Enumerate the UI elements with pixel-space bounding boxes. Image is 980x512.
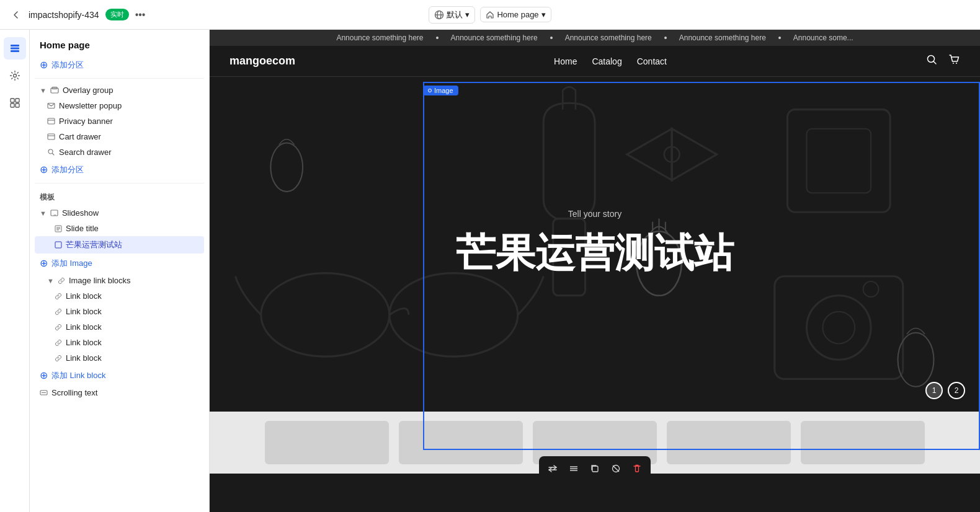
link-block-item-4[interactable]: Link block [35,335,204,350]
shop-preview: Announce something here Announce somethi… [210,30,980,512]
search-nav-icon[interactable] [925,53,938,69]
svg-rect-25 [55,242,61,248]
divider-2 [35,183,204,183]
cart-nav-icon[interactable] [948,53,960,69]
announce-text-1: Announce something here [336,33,423,42]
globe-icon [434,10,444,20]
slide-dot-2[interactable]: 2 [948,382,965,399]
image-link-blocks-item[interactable]: ▼ Image link blocks [35,273,204,288]
slide-title-icon [55,225,62,232]
hide-button[interactable] [606,459,626,479]
image-link-blocks-collapse-icon: ▼ [47,277,54,285]
page-selector[interactable]: Home page ▾ [480,7,551,22]
slideshow-item[interactable]: ▼ Slideshow [35,205,204,221]
add-section-button-2[interactable]: ⊕ 添加分区 [35,160,204,179]
overlay-group-header[interactable]: ▼ Overlay group [35,82,204,98]
svg-rect-37 [775,276,903,379]
lang-selector[interactable]: 默认 ▾ [429,6,475,24]
link-block-icon-5 [55,355,62,362]
search-icon [47,148,55,156]
slideshow-collapse-icon: ▼ [40,210,47,217]
slide-dot-1[interactable]: 1 [925,382,943,399]
panel-title: Home page [30,30,209,55]
strip-item-1 [265,421,389,464]
topbar: impactshopify-434 实时 ••• 默认 ▾ Home page … [0,0,980,30]
privacy-icon [47,117,55,125]
page-chevron-icon: ▾ [541,10,546,19]
search-drawer-item[interactable]: Search drawer [35,144,204,160]
svg-point-31 [261,273,390,357]
shop-logo: mangoecom [229,55,295,68]
delete-button[interactable] [627,459,647,479]
sidebar-icon-apps[interactable] [4,92,26,114]
add-link-block-button[interactable]: ⊕ 添加 Link block [35,366,204,385]
svg-point-30 [956,63,957,64]
shop-nav: mangoecom Home Catalog Contact [210,46,980,77]
announce-text-2: Announce something here [451,33,538,42]
newsletter-icon [47,102,55,110]
announce-dot-1 [436,37,439,39]
image-badge-dot [428,89,432,92]
live-badge: 实时 [105,9,129,20]
svg-point-39 [822,312,855,344]
list-button[interactable] [564,459,584,479]
announce-text-5: Announce some... [793,33,853,42]
link-block-item-5[interactable]: Link block [35,350,204,366]
announce-dot-4 [778,37,781,39]
announce-text-3: Announce something here [565,33,652,42]
svg-rect-2 [11,45,19,46]
svg-rect-6 [11,99,14,102]
cart-drawer-item[interactable]: Cart drawer [35,129,204,144]
link-block-icon-4 [55,339,62,346]
swap-button[interactable] [543,459,563,479]
link-block-item-2[interactable]: Link block [35,304,204,319]
page-label: Home page [497,10,538,19]
scrolling-text-item[interactable]: Scrolling text [35,385,204,400]
more-button[interactable]: ••• [135,9,146,20]
left-panel: Home page ⊕ 添加分区 ▼ Overlay group [30,30,210,512]
sidebar-icon-settings[interactable] [4,64,26,87]
copy-button[interactable] [585,459,605,479]
store-name: impactshopify-434 [29,10,99,20]
add-image-button[interactable]: ⊕ 添加 Image [35,254,204,273]
collapse-icon: ▼ [40,87,47,94]
lang-chevron-icon: ▾ [465,10,470,19]
template-label: 模板 [35,187,204,205]
strip-item-5 [801,421,925,464]
back-button[interactable] [10,9,22,21]
svg-rect-7 [16,99,19,102]
svg-point-42 [270,143,303,192]
hero-area: Tell your story 芒果运营测试站 1 2 [210,77,980,412]
link-block-icon-3 [55,324,62,331]
svg-point-20 [55,214,56,216]
add-section-button-1[interactable]: ⊕ 添加分区 [35,55,204,74]
svg-rect-13 [48,118,55,124]
svg-point-40 [863,281,879,297]
link-block-item-1[interactable]: Link block [35,288,204,304]
hero-subtitle: Tell your story [456,209,734,219]
active-slide-item[interactable]: 芒果运营测试站 [35,236,204,254]
scrolling-text-icon [40,389,48,397]
nav-contact[interactable]: Contact [637,56,667,66]
overlay-group-icon [50,86,59,95]
image-badge-text: Image [434,87,453,94]
link-block-icon-2 [55,308,62,316]
link-icon [58,277,65,285]
privacy-banner-item[interactable]: Privacy banner [35,113,204,129]
nav-home[interactable]: Home [554,56,577,66]
nav-catalog[interactable]: Catalog [592,56,621,66]
shop-nav-links: Home Catalog Contact [554,56,667,66]
announce-bar: Announce something here Announce somethi… [210,30,980,46]
slide-indicators: 1 2 [925,382,965,399]
sidebar-icon-layers[interactable] [4,37,26,60]
preview-frame[interactable]: Announce something here Announce somethi… [210,30,980,512]
svg-rect-36 [807,129,871,193]
image-label-badge[interactable]: Image [423,86,458,95]
slide-title-item[interactable]: Slide title [35,221,204,236]
active-slide-icon [55,241,62,249]
newsletter-popup-item[interactable]: Newsletter popup [35,98,204,113]
main-layout: Home page ⊕ 添加分区 ▼ Overlay group [0,30,980,512]
slideshow-icon [50,209,58,217]
home-icon [486,11,494,19]
link-block-item-3[interactable]: Link block [35,319,204,335]
